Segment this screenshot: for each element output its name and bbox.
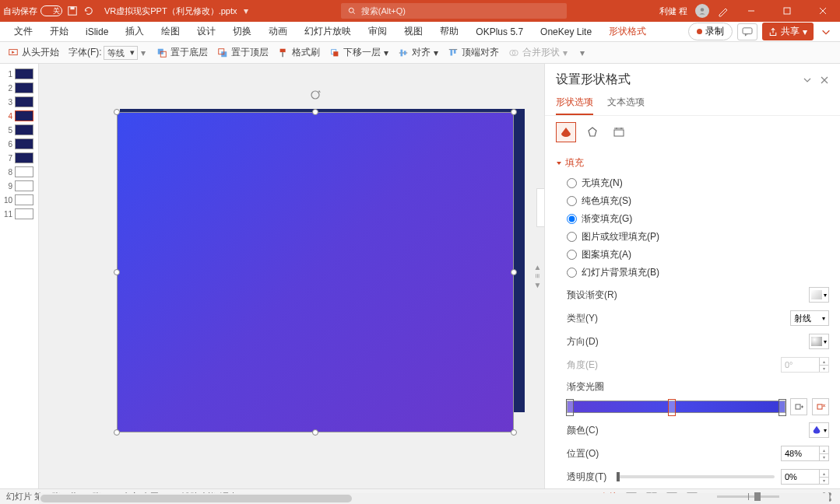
handle-sw[interactable] xyxy=(114,429,120,436)
fill-line-tab[interactable] xyxy=(556,122,576,142)
svg-rect-15 xyxy=(279,48,285,51)
thumbnail-panel[interactable]: 1234567891011 xyxy=(0,64,39,488)
handle-n[interactable] xyxy=(312,109,318,115)
panel-options-icon[interactable] xyxy=(803,75,812,85)
panel-close-icon[interactable] xyxy=(820,75,829,85)
gradient-stop-start[interactable] xyxy=(566,399,574,416)
handle-w[interactable] xyxy=(114,269,120,275)
thumbnail-7[interactable]: 7 xyxy=(0,151,38,165)
comments-button[interactable] xyxy=(737,23,757,40)
handle-e[interactable] xyxy=(511,269,517,275)
thumbnail-5[interactable]: 5 xyxy=(0,123,38,137)
tab-view[interactable]: 视图 xyxy=(396,22,431,41)
scrollbar-thumb[interactable] xyxy=(40,495,352,502)
pen-icon[interactable] xyxy=(717,5,729,17)
selected-shape[interactable] xyxy=(117,112,514,432)
thumbnail-8[interactable]: 8 xyxy=(0,165,38,179)
shape-options-tab[interactable]: 形状选项 xyxy=(556,93,593,115)
fill-solid-radio[interactable]: 纯色填充(S) xyxy=(567,192,829,210)
font-selector[interactable]: 字体(F): 等线▾ ▾ xyxy=(69,46,147,60)
thumbnail-1[interactable]: 1 xyxy=(0,67,38,81)
tab-design[interactable]: 设计 xyxy=(189,22,223,41)
fill-gradient-radio[interactable]: 渐变填充(G) xyxy=(567,210,829,228)
preset-gradient-dropdown[interactable]: ▾ xyxy=(809,287,829,303)
tab-animations[interactable]: 动画 xyxy=(261,22,295,41)
position-input[interactable]: 48%▴▾ xyxy=(781,446,829,461)
format-painter-button[interactable]: 格式刷 xyxy=(278,46,320,59)
tab-insert[interactable]: 插入 xyxy=(118,22,152,41)
minimize-button[interactable] xyxy=(737,0,765,22)
search-box[interactable]: 搜索(Alt+Q) xyxy=(341,3,567,19)
gradient-stop-end[interactable] xyxy=(778,399,786,416)
fill-slidebg-radio[interactable]: 幻灯片背景填充(B) xyxy=(567,264,829,282)
align-button[interactable]: 对齐▾ xyxy=(398,46,438,59)
gradient-type-dropdown[interactable]: 射线▾ xyxy=(790,310,829,326)
add-stop-button[interactable] xyxy=(790,398,807,415)
fill-section-header[interactable]: 填充 xyxy=(556,153,829,173)
fill-none-radio[interactable]: 无填充(N) xyxy=(567,174,829,192)
gradient-track[interactable] xyxy=(567,401,786,413)
autosave-pill[interactable]: 关 xyxy=(40,5,62,16)
share-button[interactable]: 共享▾ xyxy=(762,23,814,40)
handle-s[interactable] xyxy=(312,429,318,436)
tab-transitions[interactable]: 切换 xyxy=(225,22,259,41)
fill-picture-radio[interactable]: 图片或纹理填充(P) xyxy=(567,228,829,246)
toolbar-overflow-icon[interactable]: ▾ xyxy=(580,47,585,58)
remove-stop-button[interactable] xyxy=(812,398,829,415)
save-icon[interactable] xyxy=(67,5,78,16)
font-dropdown[interactable]: 等线▾ xyxy=(104,46,138,60)
avatar[interactable] xyxy=(695,4,709,18)
effects-tab[interactable] xyxy=(582,122,603,142)
gradient-stop-selected[interactable] xyxy=(668,399,676,416)
tab-home[interactable]: 开始 xyxy=(42,22,76,41)
thumbnail-6[interactable]: 6 xyxy=(0,137,38,151)
tab-onekey[interactable]: OneKey Lite xyxy=(532,23,599,40)
top-align-button[interactable]: 顶端对齐 xyxy=(448,46,499,59)
tab-okplus[interactable]: OKPlus 5.7 xyxy=(468,23,531,40)
font-more-icon[interactable]: ▾ xyxy=(139,47,147,58)
handle-nw[interactable] xyxy=(114,109,120,115)
handle-se[interactable] xyxy=(511,429,517,436)
send-to-back-button[interactable]: 置于底层 xyxy=(156,46,208,59)
svg-point-2 xyxy=(349,8,353,12)
autosave-toggle[interactable]: 自动保存 关 xyxy=(3,5,62,17)
zoom-slider[interactable] xyxy=(717,495,779,498)
bring-to-front-button[interactable]: 置于顶层 xyxy=(217,46,269,59)
maximize-button[interactable] xyxy=(773,0,801,22)
thumbnail-3[interactable]: 3 xyxy=(0,95,38,109)
handle-ne[interactable] xyxy=(511,109,517,115)
tab-help[interactable]: 帮助 xyxy=(432,22,466,41)
from-beginning-button[interactable]: 从头开始 xyxy=(8,46,59,59)
rotate-handle[interactable] xyxy=(309,89,322,103)
thumbnail-2[interactable]: 2 xyxy=(0,81,38,95)
side-nav-icon[interactable]: ▲ ≡ ▼ xyxy=(533,263,542,289)
thumbnail-9[interactable]: 9 xyxy=(0,179,38,193)
collapse-ribbon-button[interactable] xyxy=(818,24,834,40)
send-backward-button[interactable]: 下移一层▾ xyxy=(329,46,388,59)
transparency-input[interactable]: 0%▴▾ xyxy=(781,469,829,485)
close-button[interactable] xyxy=(809,0,837,22)
thumbnail-11[interactable]: 11 xyxy=(0,207,38,221)
tab-slideshow[interactable]: 幻灯片放映 xyxy=(297,22,359,41)
tab-file[interactable]: 文件 xyxy=(6,22,40,41)
quick-toolbar: 从头开始 字体(F): 等线▾ ▾ 置于底层 置于顶层 格式刷 下移一层▾ 对齐… xyxy=(0,42,840,64)
size-tab[interactable] xyxy=(609,122,629,142)
direction-dropdown[interactable]: ▾ xyxy=(809,334,829,349)
title-dropdown-icon[interactable]: ▾ xyxy=(244,5,248,16)
tab-islide[interactable]: iSlide xyxy=(78,23,116,40)
horizontal-scrollbar[interactable] xyxy=(39,493,829,504)
tab-shape-format[interactable]: 形状格式 xyxy=(601,22,654,41)
transparency-slider[interactable] xyxy=(617,475,775,478)
undo-icon[interactable] xyxy=(83,5,93,16)
fill-pattern-radio[interactable]: 图案填充(A) xyxy=(567,246,829,264)
color-picker-button[interactable]: ▾ xyxy=(809,422,829,438)
thumbnail-10[interactable]: 10 xyxy=(0,193,38,207)
tab-draw[interactable]: 绘图 xyxy=(153,22,188,41)
canvas-area[interactable]: ▲ ≡ ▼ xyxy=(39,64,544,488)
record-button[interactable]: 录制 xyxy=(688,23,733,40)
thumbnail-4[interactable]: 4 xyxy=(0,109,38,123)
titlebar: 自动保存 关 VR虚拟现实PPT（利兄修改）.pptx ▾ 搜索(Alt+Q) … xyxy=(0,0,840,22)
text-options-tab[interactable]: 文本选项 xyxy=(607,93,645,115)
tab-review[interactable]: 审阅 xyxy=(360,22,395,41)
panel-collapse-tab[interactable] xyxy=(536,188,544,227)
